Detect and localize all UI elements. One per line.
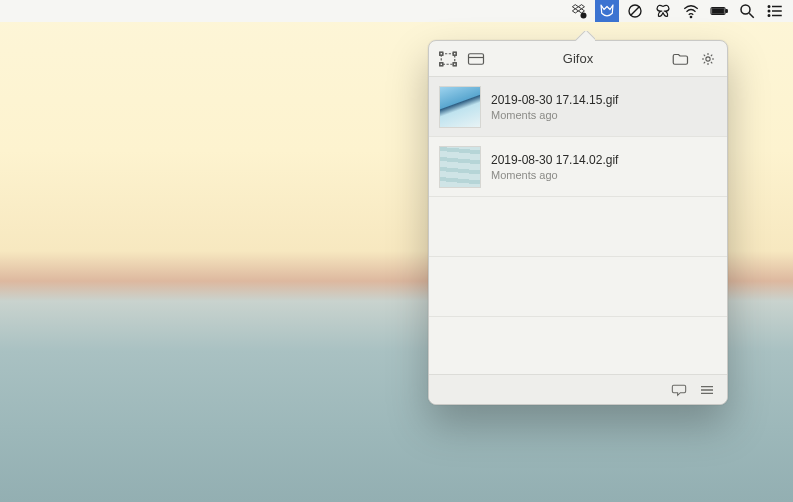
- window-capture-icon[interactable]: [467, 51, 485, 67]
- folder-icon[interactable]: [671, 51, 689, 67]
- list-item[interactable]: 2019-08-30 17.14.02.gif Moments ago: [429, 137, 727, 197]
- recordings-list: 2019-08-30 17.14.15.gif Moments ago 2019…: [429, 77, 727, 374]
- file-name: 2019-08-30 17.14.02.gif: [491, 153, 618, 167]
- svg-point-7: [768, 6, 770, 8]
- list-item[interactable]: 2019-08-30 17.14.15.gif Moments ago: [429, 77, 727, 137]
- list-item-empty: [429, 197, 727, 257]
- list-icon[interactable]: [763, 0, 787, 22]
- svg-point-0: [581, 13, 587, 19]
- popover-arrow: [575, 31, 595, 41]
- svg-point-8: [768, 10, 770, 12]
- butterfly-icon[interactable]: [651, 0, 675, 22]
- hamburger-icon[interactable]: [699, 383, 715, 397]
- svg-point-6: [741, 5, 750, 14]
- popover-footer: [429, 374, 727, 404]
- thumbnail: [439, 146, 481, 188]
- selection-capture-icon[interactable]: [439, 51, 457, 67]
- desktop-wallpaper: Gifox 2019-08-30 17.1: [0, 0, 793, 502]
- file-name: 2019-08-30 17.14.15.gif: [491, 93, 618, 107]
- dropbox-icon[interactable]: [567, 0, 591, 22]
- thumbnail: [439, 86, 481, 128]
- svg-point-2: [690, 16, 692, 18]
- gifox-popover: Gifox 2019-08-30 17.1: [428, 40, 728, 405]
- svg-point-20: [706, 56, 710, 60]
- menubar: [0, 0, 793, 22]
- search-icon[interactable]: [735, 0, 759, 22]
- battery-icon[interactable]: [707, 0, 731, 22]
- popover-header: Gifox: [429, 41, 727, 77]
- svg-rect-5: [712, 9, 724, 14]
- list-item-empty: [429, 317, 727, 374]
- list-item-empty: [429, 257, 727, 317]
- speech-bubble-icon[interactable]: [671, 383, 687, 397]
- wifi-icon[interactable]: [679, 0, 703, 22]
- circle-slash-icon[interactable]: [623, 0, 647, 22]
- file-time: Moments ago: [491, 109, 618, 121]
- file-time: Moments ago: [491, 169, 618, 181]
- gifox-icon[interactable]: [595, 0, 619, 22]
- svg-point-9: [768, 15, 770, 17]
- svg-rect-4: [726, 9, 728, 12]
- popover-title: Gifox: [485, 51, 671, 66]
- svg-rect-19: [469, 53, 484, 64]
- gear-icon[interactable]: [699, 51, 717, 67]
